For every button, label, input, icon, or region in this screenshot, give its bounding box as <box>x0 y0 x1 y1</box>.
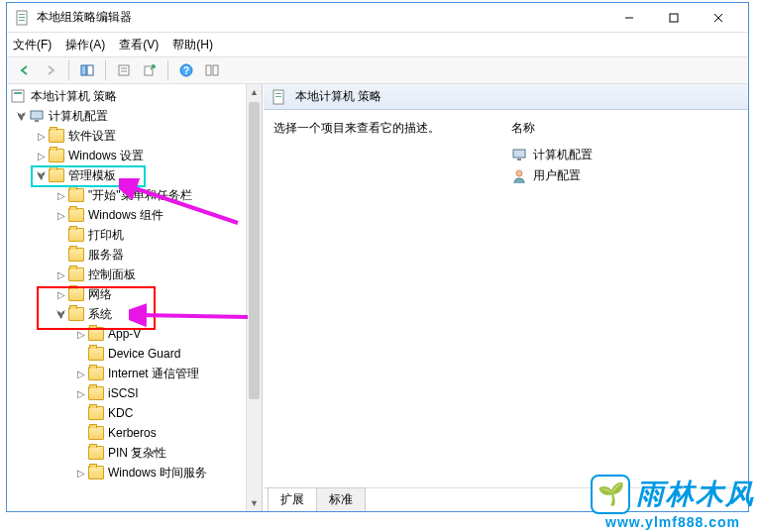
svg-text:?: ? <box>183 65 189 76</box>
tree-label: 管理模板 <box>68 167 116 184</box>
tree-item-computer-config[interactable]: ⮟计算机配置 <box>7 106 262 126</box>
tree-item-windows-time[interactable]: ▷Windows 时间服务 <box>7 463 262 482</box>
menu-help[interactable]: 帮助(H) <box>172 37 213 53</box>
tree-scrollbar[interactable]: ▲ ▼ <box>246 84 262 511</box>
expand-icon[interactable]: ▷ <box>54 269 68 280</box>
export-button[interactable] <box>138 59 162 81</box>
toolbar-separator <box>68 60 69 80</box>
svg-rect-9 <box>87 65 93 75</box>
tree-item-start-taskbar[interactable]: ▷"开始"菜单和任务栏 <box>7 185 262 205</box>
help-button[interactable]: ? <box>174 59 198 81</box>
titlebar: 本地组策略编辑器 <box>7 3 748 33</box>
folder-icon <box>88 466 104 479</box>
close-button[interactable] <box>696 4 740 32</box>
svg-rect-16 <box>206 65 211 75</box>
tree-item-appv[interactable]: ▷App-V <box>7 324 262 344</box>
column-header-name[interactable]: 名称 <box>511 120 748 145</box>
details-title: 本地计算机 策略 <box>295 88 381 105</box>
forward-button[interactable] <box>39 59 62 81</box>
tree-root[interactable]: 本地计算机 策略 <box>7 86 262 106</box>
folder-icon <box>49 129 64 143</box>
tree-label: KDC <box>108 406 133 420</box>
svg-rect-24 <box>275 96 281 97</box>
tree-item-iscsi[interactable]: ▷iSCSI <box>7 383 262 403</box>
list-label: 计算机配置 <box>533 147 593 163</box>
tree-item-network[interactable]: ▷网络 <box>7 284 262 304</box>
folder-icon <box>68 208 84 222</box>
expand-icon[interactable]: ▷ <box>54 210 68 221</box>
scroll-thumb[interactable] <box>249 102 260 399</box>
tree-item-servers[interactable]: 服务器 <box>7 245 262 265</box>
tree-item-admin-templates[interactable]: ⮟管理模板 <box>7 165 262 185</box>
window-title: 本地组策略编辑器 <box>37 9 606 26</box>
expand-icon[interactable]: ▷ <box>74 388 88 399</box>
tree-item-internet-comm[interactable]: ▷Internet 通信管理 <box>7 364 262 383</box>
folder-icon <box>88 426 104 440</box>
toolbar-separator <box>167 60 168 80</box>
scroll-up-icon[interactable]: ▲ <box>247 84 262 100</box>
expand-icon[interactable]: ▷ <box>35 151 49 161</box>
tree-item-windows-components[interactable]: ▷Windows 组件 <box>7 205 262 225</box>
tab-extended[interactable]: 扩展 <box>268 487 317 511</box>
expand-icon[interactable]: ▷ <box>74 468 88 479</box>
tree-label: Kerberos <box>108 426 157 440</box>
expand-icon[interactable]: ▷ <box>74 369 88 379</box>
policy-icon <box>272 89 287 105</box>
svg-rect-17 <box>213 65 218 75</box>
tree-item-software[interactable]: ▷软件设置 <box>7 126 262 146</box>
computer-icon <box>511 148 527 163</box>
filter-button[interactable] <box>200 59 224 81</box>
folder-icon <box>68 188 84 202</box>
tree-label: Windows 设置 <box>68 148 144 164</box>
tree-pane[interactable]: 本地计算机 策略 ⮟计算机配置 ▷软件设置 ▷Windows 设置 ⮟管理模板 … <box>7 84 263 511</box>
expand-icon[interactable]: ▷ <box>74 329 88 340</box>
menubar: 文件(F) 操作(A) 查看(V) 帮助(H) <box>7 33 748 56</box>
scroll-down-icon[interactable]: ▼ <box>247 495 262 511</box>
folder-icon <box>68 228 84 242</box>
tree-item-kerberos[interactable]: Kerberos <box>7 423 262 443</box>
menu-view[interactable]: 查看(V) <box>119 37 159 53</box>
folder-icon <box>88 386 104 400</box>
list-label: 用户配置 <box>533 167 581 184</box>
collapse-icon[interactable]: ⮟ <box>15 111 29 122</box>
watermark-url: www.ylmf888.com <box>591 514 755 530</box>
computer-icon <box>29 109 45 123</box>
menu-file[interactable]: 文件(F) <box>13 37 52 53</box>
back-button[interactable] <box>13 59 37 81</box>
svg-rect-26 <box>517 159 521 160</box>
tree-item-system[interactable]: ⮟系统 <box>7 304 262 324</box>
expand-icon[interactable]: ▷ <box>35 131 49 142</box>
svg-rect-5 <box>670 14 678 22</box>
list-item-user-config[interactable]: 用户配置 <box>511 165 748 186</box>
menu-action[interactable]: 操作(A) <box>65 37 105 53</box>
show-hide-tree-button[interactable] <box>75 59 99 81</box>
properties-button[interactable] <box>112 59 136 81</box>
svg-rect-19 <box>14 92 22 94</box>
svg-rect-25 <box>513 150 525 158</box>
collapse-icon[interactable]: ⮟ <box>35 170 49 181</box>
tree-item-device-guard[interactable]: Device Guard <box>7 344 262 364</box>
expand-icon[interactable]: ▷ <box>54 190 68 201</box>
tree-item-control-panel[interactable]: ▷控制面板 <box>7 265 262 284</box>
folder-icon <box>88 406 104 420</box>
svg-rect-10 <box>119 65 129 75</box>
svg-rect-21 <box>35 120 39 122</box>
expand-icon[interactable]: ▷ <box>54 289 68 300</box>
folder-icon <box>68 267 84 281</box>
tree-item-kdc[interactable]: KDC <box>7 403 262 423</box>
tab-standard[interactable]: 标准 <box>316 487 366 511</box>
minimize-button[interactable] <box>606 4 651 32</box>
folder-icon <box>49 168 64 182</box>
svg-rect-1 <box>19 14 25 15</box>
watermark-text: 雨林木风 <box>636 476 755 513</box>
svg-rect-2 <box>19 17 25 18</box>
folder-icon <box>68 248 84 262</box>
tree-item-printers[interactable]: 打印机 <box>7 225 262 245</box>
collapse-icon[interactable]: ⮟ <box>54 309 68 320</box>
svg-rect-23 <box>275 93 281 94</box>
maximize-button[interactable] <box>651 4 696 32</box>
tree-item-pin-complexity[interactable]: PIN 复杂性 <box>7 443 262 463</box>
svg-rect-18 <box>12 90 24 102</box>
tree-item-windows-settings[interactable]: ▷Windows 设置 <box>7 146 262 165</box>
list-item-computer-config[interactable]: 计算机配置 <box>511 145 748 165</box>
